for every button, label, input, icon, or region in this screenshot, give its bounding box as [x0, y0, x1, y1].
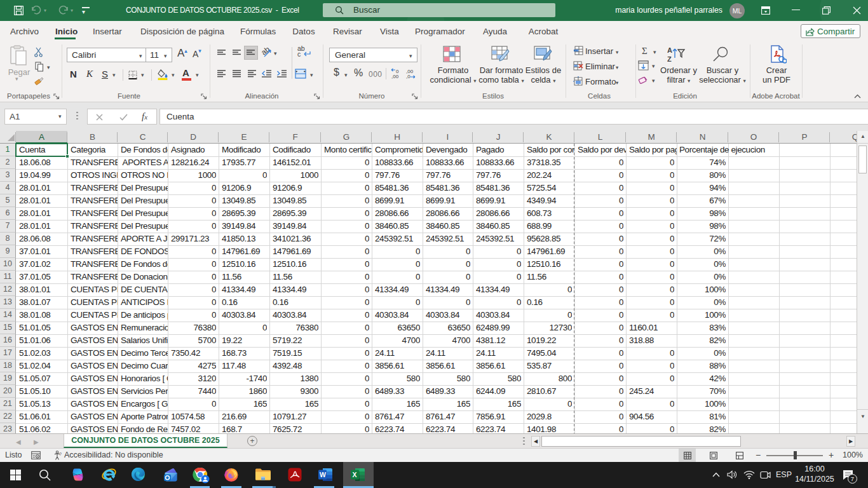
svg-text:Z: Z [667, 55, 672, 63]
svg-text:?: ? [59, 452, 62, 456]
svg-text:A: A [667, 46, 672, 54]
svg-text:,00: ,00 [391, 74, 399, 79]
svg-text:,0: ,0 [406, 74, 410, 79]
svg-text:X: X [353, 471, 357, 478]
svg-text:W: W [320, 471, 326, 478]
